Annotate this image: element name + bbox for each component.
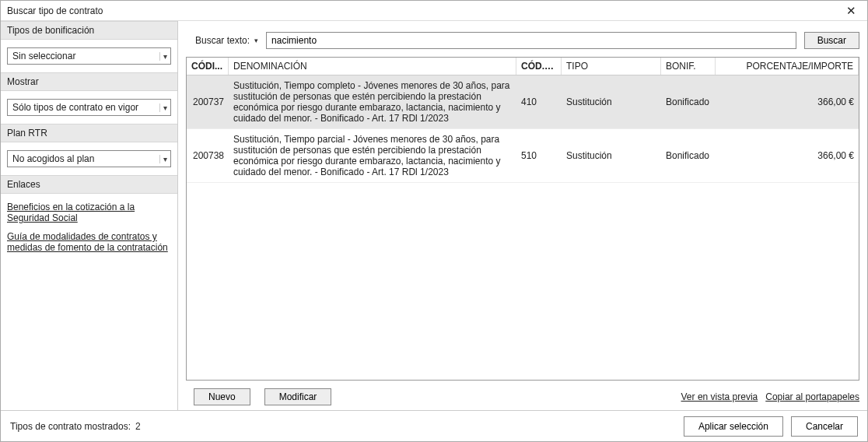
chevron-down-icon: ▾ [159,155,167,163]
table-row[interactable]: 200737Sustitución, Tiempo completo - Jóv… [187,75,859,129]
chevron-down-icon: ▾ [159,52,167,61]
cell-codigo: 200737 [187,93,229,110]
nuevo-button[interactable]: Nuevo [194,388,250,405]
cell-codigo: 200738 [187,147,229,164]
statusbar: Tipos de contrato mostrados: 2 Aplicar s… [1,410,867,441]
cell-pct: 366,00 € [716,147,859,164]
cell-pct: 366,00 € [716,93,859,110]
th-codigo[interactable]: CÓDI... [187,58,229,75]
cell-bonif: Bonificado [661,93,716,110]
search-label: Buscar texto: [195,35,250,46]
section-header-enlaces: Enlaces [1,175,177,194]
search-dropdown-icon[interactable]: ▾ [254,37,258,44]
combo-bonificacion-value: Sin seleccionar [12,51,75,61]
cell-codo: 510 [516,147,562,164]
dialog-window: Buscar tipo de contrato ✕ Tipos de bonif… [0,0,868,442]
search-row: Buscar texto: ▾ Buscar [186,32,859,49]
th-tipo[interactable]: TIPO [562,58,661,75]
status-label: Tipos de contrato mostrados: [10,421,131,432]
combo-bonificacion[interactable]: Sin seleccionar ▾ [7,47,171,65]
close-icon[interactable]: ✕ [839,4,863,18]
th-pct[interactable]: PORCENTAJE/IMPORTE [716,58,859,75]
titlebar: Buscar tipo de contrato ✕ [1,1,867,21]
window-title: Buscar tipo de contrato [7,5,103,16]
cell-denominacion: Sustitución, Tiempo parcial - Jóvenes me… [229,129,516,182]
cell-bonif: Bonificado [661,147,716,164]
combo-plan[interactable]: No acogidos al plan ▾ [7,150,171,167]
combo-mostrar[interactable]: Sólo tipos de contrato en vigor ▾ [7,99,171,116]
cell-tipo: Sustitución [562,147,661,164]
table-body: 200737Sustitución, Tiempo completo - Jóv… [187,75,859,380]
cell-tipo: Sustitución [562,93,661,110]
chevron-down-icon: ▾ [159,103,167,112]
link-beneficios[interactable]: Beneficios en la cotización a la Segurid… [7,202,171,223]
main-panel: Buscar texto: ▾ Buscar CÓDI... DENOMINAC… [178,21,867,410]
th-codo[interactable]: CÓD.O... [516,58,562,75]
section-header-plan: Plan RTR [1,124,177,142]
status-count: 2 [135,421,141,432]
body: Tipos de bonificación Sin seleccionar ▾ … [1,21,867,410]
cell-codo: 410 [516,93,562,110]
below-table: Nuevo Modificar Ver en vista previa Copi… [186,388,859,405]
link-guia[interactable]: Guía de modalidades de contratos y medid… [7,231,171,253]
cell-denominacion: Sustitución, Tiempo completo - Jóvenes m… [229,75,516,128]
link-copiar[interactable]: Copiar al portapapeles [765,391,859,402]
aplicar-button[interactable]: Aplicar selección [684,416,783,437]
section-header-mostrar: Mostrar [1,72,177,91]
sidebar: Tipos de bonificación Sin seleccionar ▾ … [1,21,178,410]
th-bonif[interactable]: BONIF. [661,58,716,75]
table-row[interactable]: 200738Sustitución, Tiempo parcial - Jóve… [187,129,859,183]
section-header-bonificacion: Tipos de bonificación [1,21,177,40]
cancelar-button[interactable]: Cancelar [791,416,858,437]
search-input[interactable] [266,32,796,49]
combo-mostrar-value: Sólo tipos de contrato en vigor [12,102,138,113]
table-header: CÓDI... DENOMINACIÓN CÓD.O... TIPO BONIF… [187,58,859,75]
th-denominacion[interactable]: DENOMINACIÓN [229,58,516,75]
link-vista-previa[interactable]: Ver en vista previa [681,391,758,402]
combo-plan-value: No acogidos al plan [12,153,94,164]
results-table: CÓDI... DENOMINACIÓN CÓD.O... TIPO BONIF… [186,57,859,381]
modificar-button[interactable]: Modificar [264,388,332,405]
search-button[interactable]: Buscar [804,32,859,49]
